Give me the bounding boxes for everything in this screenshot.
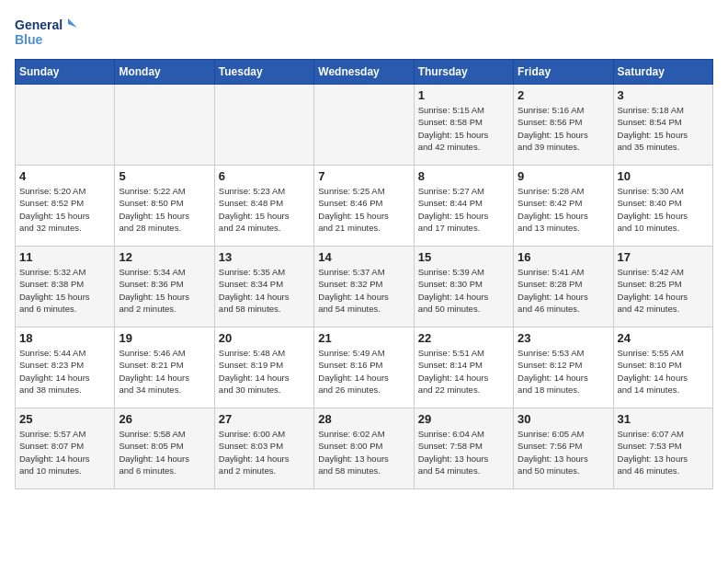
weekday-header-monday: Monday <box>115 60 214 85</box>
calendar-cell: 28Sunrise: 6:02 AMSunset: 8:00 PMDayligh… <box>314 408 414 489</box>
weekday-header-saturday: Saturday <box>613 60 712 85</box>
day-info: Sunrise: 5:16 AMSunset: 8:56 PMDaylight:… <box>518 104 609 153</box>
calendar-cell: 16Sunrise: 5:41 AMSunset: 8:28 PMDayligh… <box>514 247 613 327</box>
day-info: Sunrise: 5:42 AMSunset: 8:25 PMDaylight:… <box>618 266 709 315</box>
day-info: Sunrise: 5:15 AMSunset: 8:58 PMDaylight:… <box>418 104 509 153</box>
day-number: 13 <box>219 250 310 264</box>
calendar-cell: 11Sunrise: 5:32 AMSunset: 8:38 PMDayligh… <box>16 247 115 327</box>
calendar-cell: 13Sunrise: 5:35 AMSunset: 8:34 PMDayligh… <box>214 247 313 327</box>
calendar-cell: 21Sunrise: 5:49 AMSunset: 8:16 PMDayligh… <box>314 327 414 408</box>
day-info: Sunrise: 5:51 AMSunset: 8:14 PMDaylight:… <box>418 347 509 396</box>
calendar-cell: 9Sunrise: 5:28 AMSunset: 8:42 PMDaylight… <box>514 166 613 247</box>
weekday-header-sunday: Sunday <box>16 60 115 85</box>
calendar-cell <box>115 85 214 166</box>
day-info: Sunrise: 5:53 AMSunset: 8:12 PMDaylight:… <box>518 347 609 396</box>
day-number: 20 <box>219 331 310 345</box>
calendar-week-4: 18Sunrise: 5:44 AMSunset: 8:23 PMDayligh… <box>16 327 713 408</box>
calendar-cell: 27Sunrise: 6:00 AMSunset: 8:03 PMDayligh… <box>214 408 313 489</box>
calendar-cell: 8Sunrise: 5:27 AMSunset: 8:44 PMDaylight… <box>414 166 513 247</box>
calendar-week-3: 11Sunrise: 5:32 AMSunset: 8:38 PMDayligh… <box>16 247 713 327</box>
calendar-cell: 5Sunrise: 5:22 AMSunset: 8:50 PMDaylight… <box>115 166 214 247</box>
calendar-cell: 4Sunrise: 5:20 AMSunset: 8:52 PMDaylight… <box>16 166 115 247</box>
day-number: 10 <box>618 169 709 183</box>
day-number: 21 <box>318 331 409 345</box>
day-number: 16 <box>518 250 609 264</box>
day-info: Sunrise: 5:35 AMSunset: 8:34 PMDaylight:… <box>219 266 310 315</box>
calendar-cell: 29Sunrise: 6:04 AMSunset: 7:58 PMDayligh… <box>414 408 513 489</box>
logo: General Blue <box>15 15 79 52</box>
day-number: 31 <box>618 412 709 426</box>
day-number: 11 <box>19 250 110 264</box>
calendar-cell: 31Sunrise: 6:07 AMSunset: 7:53 PMDayligh… <box>613 408 712 489</box>
day-info: Sunrise: 5:22 AMSunset: 8:50 PMDaylight:… <box>119 185 210 234</box>
calendar-cell: 15Sunrise: 5:39 AMSunset: 8:30 PMDayligh… <box>414 247 513 327</box>
day-info: Sunrise: 5:37 AMSunset: 8:32 PMDaylight:… <box>318 266 409 315</box>
day-info: Sunrise: 6:02 AMSunset: 8:00 PMDaylight:… <box>318 428 409 477</box>
page-header: General Blue <box>15 15 713 52</box>
day-info: Sunrise: 6:05 AMSunset: 7:56 PMDaylight:… <box>518 428 609 477</box>
day-number: 2 <box>518 88 609 102</box>
day-number: 6 <box>219 169 310 183</box>
weekday-header-wednesday: Wednesday <box>314 60 414 85</box>
day-info: Sunrise: 5:55 AMSunset: 8:10 PMDaylight:… <box>618 347 709 396</box>
day-number: 12 <box>119 250 210 264</box>
weekday-header-friday: Friday <box>514 60 613 85</box>
day-info: Sunrise: 5:34 AMSunset: 8:36 PMDaylight:… <box>119 266 210 315</box>
day-number: 18 <box>19 331 110 345</box>
day-info: Sunrise: 5:20 AMSunset: 8:52 PMDaylight:… <box>19 185 110 234</box>
weekday-header-thursday: Thursday <box>414 60 513 85</box>
day-number: 15 <box>418 250 509 264</box>
calendar-cell <box>16 85 115 166</box>
calendar-cell: 12Sunrise: 5:34 AMSunset: 8:36 PMDayligh… <box>115 247 214 327</box>
calendar-cell: 14Sunrise: 5:37 AMSunset: 8:32 PMDayligh… <box>314 247 414 327</box>
day-number: 3 <box>618 88 709 102</box>
day-number: 17 <box>618 250 709 264</box>
day-number: 23 <box>518 331 609 345</box>
weekday-header-tuesday: Tuesday <box>214 60 313 85</box>
day-number: 7 <box>318 169 409 183</box>
logo-svg: General Blue <box>15 15 79 52</box>
day-number: 28 <box>318 412 409 426</box>
day-info: Sunrise: 5:25 AMSunset: 8:46 PMDaylight:… <box>318 185 409 234</box>
day-info: Sunrise: 5:46 AMSunset: 8:21 PMDaylight:… <box>119 347 210 396</box>
calendar-cell: 26Sunrise: 5:58 AMSunset: 8:05 PMDayligh… <box>115 408 214 489</box>
calendar-cell: 6Sunrise: 5:23 AMSunset: 8:48 PMDaylight… <box>214 166 313 247</box>
calendar-cell: 19Sunrise: 5:46 AMSunset: 8:21 PMDayligh… <box>115 327 214 408</box>
day-number: 14 <box>318 250 409 264</box>
day-number: 19 <box>119 331 210 345</box>
day-number: 27 <box>219 412 310 426</box>
day-number: 24 <box>618 331 709 345</box>
day-info: Sunrise: 5:39 AMSunset: 8:30 PMDaylight:… <box>418 266 509 315</box>
svg-marker-2 <box>68 18 77 28</box>
day-info: Sunrise: 6:04 AMSunset: 7:58 PMDaylight:… <box>418 428 509 477</box>
day-info: Sunrise: 5:48 AMSunset: 8:19 PMDaylight:… <box>219 347 310 396</box>
calendar-cell <box>314 85 414 166</box>
calendar-week-5: 25Sunrise: 5:57 AMSunset: 8:07 PMDayligh… <box>16 408 713 489</box>
day-number: 22 <box>418 331 509 345</box>
calendar-cell: 24Sunrise: 5:55 AMSunset: 8:10 PMDayligh… <box>613 327 712 408</box>
day-info: Sunrise: 5:44 AMSunset: 8:23 PMDaylight:… <box>19 347 110 396</box>
calendar-cell: 2Sunrise: 5:16 AMSunset: 8:56 PMDaylight… <box>514 85 613 166</box>
day-info: Sunrise: 5:23 AMSunset: 8:48 PMDaylight:… <box>219 185 310 234</box>
day-number: 29 <box>418 412 509 426</box>
day-number: 8 <box>418 169 509 183</box>
day-number: 25 <box>19 412 110 426</box>
calendar-cell: 1Sunrise: 5:15 AMSunset: 8:58 PMDaylight… <box>414 85 513 166</box>
day-number: 1 <box>418 88 509 102</box>
calendar-cell: 20Sunrise: 5:48 AMSunset: 8:19 PMDayligh… <box>214 327 313 408</box>
day-info: Sunrise: 5:30 AMSunset: 8:40 PMDaylight:… <box>618 185 709 234</box>
calendar-cell: 23Sunrise: 5:53 AMSunset: 8:12 PMDayligh… <box>514 327 613 408</box>
calendar-cell: 18Sunrise: 5:44 AMSunset: 8:23 PMDayligh… <box>16 327 115 408</box>
day-info: Sunrise: 5:27 AMSunset: 8:44 PMDaylight:… <box>418 185 509 234</box>
day-number: 5 <box>119 169 210 183</box>
calendar-cell: 30Sunrise: 6:05 AMSunset: 7:56 PMDayligh… <box>514 408 613 489</box>
calendar-cell: 17Sunrise: 5:42 AMSunset: 8:25 PMDayligh… <box>613 247 712 327</box>
calendar-week-1: 1Sunrise: 5:15 AMSunset: 8:58 PMDaylight… <box>16 85 713 166</box>
calendar-week-2: 4Sunrise: 5:20 AMSunset: 8:52 PMDaylight… <box>16 166 713 247</box>
day-info: Sunrise: 6:07 AMSunset: 7:53 PMDaylight:… <box>618 428 709 477</box>
day-info: Sunrise: 5:49 AMSunset: 8:16 PMDaylight:… <box>318 347 409 396</box>
day-info: Sunrise: 5:32 AMSunset: 8:38 PMDaylight:… <box>19 266 110 315</box>
day-number: 4 <box>19 169 110 183</box>
calendar-cell: 10Sunrise: 5:30 AMSunset: 8:40 PMDayligh… <box>613 166 712 247</box>
calendar-table: SundayMondayTuesdayWednesdayThursdayFrid… <box>15 59 713 489</box>
